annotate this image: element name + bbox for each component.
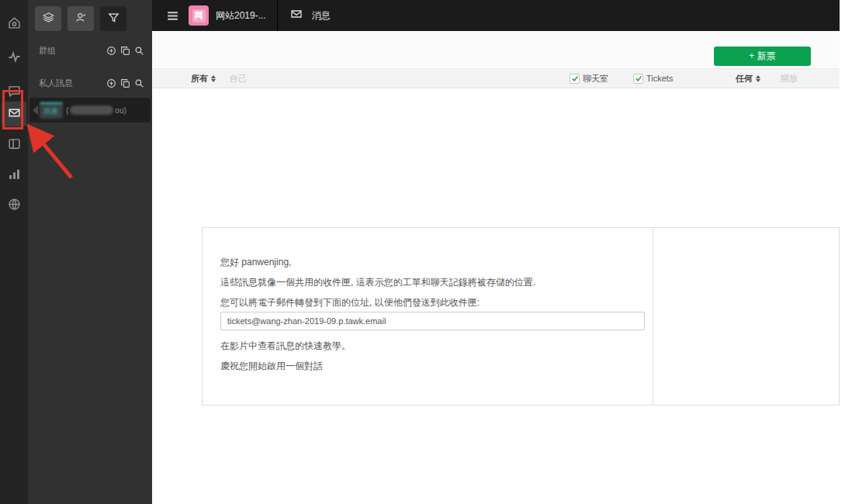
message-line-2: 您可以將電子郵件轉發到下面的位址, 以便他們發送到此收件匣: xyxy=(220,296,480,309)
nav-columns[interactable] xyxy=(0,133,28,157)
owner-filter-alt[interactable]: 自己 xyxy=(230,69,247,88)
greeting-text: 您好 panwenjing, xyxy=(220,256,291,269)
top-bar: 网 网站2019-... 消息 xyxy=(152,0,840,31)
layers-filter-button[interactable] xyxy=(35,6,61,31)
agents-filter-button[interactable] xyxy=(68,6,94,31)
item-notch xyxy=(33,105,38,115)
nav-activity[interactable] xyxy=(0,47,28,70)
private-messages-actions xyxy=(106,78,144,88)
panel-toolbar xyxy=(35,6,126,31)
tickets-checkbox-label: Tickets xyxy=(646,74,673,83)
nav-rail xyxy=(0,0,28,504)
redacted-name xyxy=(70,105,113,115)
new-ticket-button[interactable]: + 新票 xyxy=(714,47,811,66)
add-circle-icon[interactable] xyxy=(106,78,116,88)
status-filter-alt[interactable]: 開放 xyxy=(781,69,798,88)
columns-icon xyxy=(8,137,21,154)
owner-filter-value: 所有 xyxy=(191,73,208,85)
globe-icon xyxy=(8,198,21,214)
filter-button[interactable] xyxy=(100,6,126,31)
nav-globe[interactable] xyxy=(0,194,28,217)
inbox-icon xyxy=(290,8,303,23)
tab-messages[interactable]: 消息 xyxy=(290,8,331,23)
welcome-message-card: 您好 panwenjing, 這些訊息就像一個共用的收件匣, 這表示您的工單和聊… xyxy=(202,227,840,406)
search-icon[interactable] xyxy=(134,78,144,88)
checkbox-checked-icon xyxy=(570,74,580,84)
status-filter-value: 任何 xyxy=(736,73,753,85)
toolbar-strip: + 新票 xyxy=(152,31,840,68)
conversation-badge: 訊息 xyxy=(40,102,63,119)
site-avatar[interactable]: 网 xyxy=(189,5,209,26)
chat-checkbox-label: 聊天室 xyxy=(583,73,608,85)
inbox-icon xyxy=(8,106,21,123)
groups-label: 群组 xyxy=(39,45,106,57)
message-line-3: 在影片中查看訊息的快速教學。 xyxy=(220,340,351,353)
topbar-divider xyxy=(277,0,278,31)
conversation-list-item[interactable]: 訊息 ( ou) xyxy=(29,98,151,123)
tickets-filter-checkbox[interactable]: Tickets xyxy=(633,69,673,88)
site-name[interactable]: 网站2019-... xyxy=(216,9,266,22)
copy-icon[interactable] xyxy=(120,78,130,88)
add-circle-icon[interactable] xyxy=(106,46,116,56)
filter-funnel-icon xyxy=(108,12,119,26)
nav-chats[interactable] xyxy=(0,81,28,104)
site-initial: 网 xyxy=(192,9,206,22)
search-icon[interactable] xyxy=(134,46,144,56)
private-messages-label: 私人訊息 xyxy=(39,78,106,89)
nav-reports[interactable] xyxy=(0,164,28,187)
message-line-4: 慶祝您開始啟用一個對話 xyxy=(220,360,323,373)
chat-filter-checkbox[interactable]: 聊天室 xyxy=(570,69,608,88)
owner-filter-dropdown[interactable]: 所有 xyxy=(191,69,216,88)
checkbox-checked-icon xyxy=(633,74,643,84)
message-line-1: 這些訊息就像一個共用的收件匣, 這表示您的工單和聊天記錄將被存儲的位置. xyxy=(220,276,535,289)
chat-bubble-icon xyxy=(8,85,21,101)
private-messages-section-row: 私人訊息 xyxy=(28,73,152,93)
activity-icon xyxy=(8,50,21,67)
home-icon xyxy=(8,16,21,33)
sort-icon xyxy=(211,75,216,82)
sort-icon xyxy=(756,75,760,82)
tawk-dashboard: { "rail": { "items": [ { "id": "home", "… xyxy=(0,0,845,504)
filter-bar: 所有 自己 聊天室 Tickets 任何 開放 xyxy=(152,68,840,88)
tab-messages-label: 消息 xyxy=(312,9,331,22)
status-filter-dropdown[interactable]: 任何 xyxy=(736,69,760,88)
conversation-name: ( ou) xyxy=(66,105,126,115)
bar-chart-icon xyxy=(8,167,21,184)
hamburger-menu-icon[interactable] xyxy=(166,9,179,22)
layers-icon xyxy=(43,12,54,26)
nav-home[interactable] xyxy=(0,12,28,36)
groups-actions xyxy=(106,46,144,56)
inbox-side-panel: 群组 私人訊息 訊息 ( ou) xyxy=(28,0,152,504)
copy-icon[interactable] xyxy=(120,46,130,56)
groups-section-row: 群组 xyxy=(28,40,152,60)
card-divider xyxy=(653,228,653,405)
forward-email-input[interactable] xyxy=(220,312,645,330)
person-icon xyxy=(75,12,87,26)
nav-inbox[interactable] xyxy=(2,102,26,126)
